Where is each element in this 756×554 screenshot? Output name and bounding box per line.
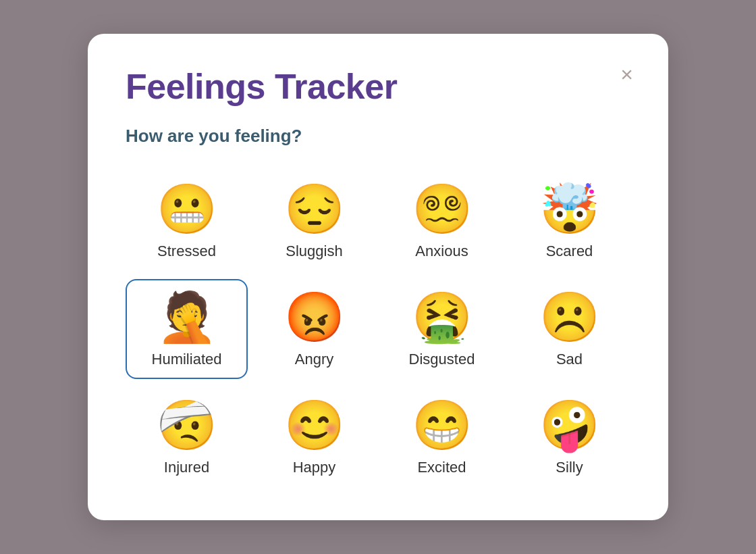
modal-title: Feelings Tracker	[126, 66, 630, 107]
feeling-item-sad[interactable]: ☹️Sad	[508, 279, 630, 379]
feeling-emoji-silly: 🤪	[539, 401, 600, 449]
feeling-label-stressed: Stressed	[157, 243, 216, 260]
feeling-label-sluggish: Sluggish	[286, 243, 342, 260]
feeling-label-happy: Happy	[293, 459, 336, 476]
feeling-item-disgusted[interactable]: 🤮Disgusted	[381, 279, 503, 379]
feeling-label-anxious: Anxious	[415, 243, 468, 260]
feeling-emoji-disgusted: 🤮	[412, 293, 473, 341]
feeling-emoji-stressed: 😬	[157, 184, 217, 233]
feeling-item-scared[interactable]: 🤯Scared	[508, 171, 630, 271]
feeling-emoji-scared: 🤯	[539, 184, 600, 233]
feeling-label-angry: Angry	[295, 351, 333, 368]
feeling-item-angry[interactable]: 😡Angry	[253, 279, 375, 379]
feeling-item-excited[interactable]: 😁Excited	[381, 387, 503, 487]
feelings-tracker-modal: Feelings Tracker × How are you feeling? …	[88, 34, 668, 520]
feeling-label-disgusted: Disgusted	[409, 351, 475, 368]
feeling-emoji-excited: 😁	[412, 401, 473, 449]
feeling-label-scared: Scared	[546, 243, 593, 260]
feeling-emoji-anxious: 😵‍💫	[412, 184, 473, 233]
feeling-item-injured[interactable]: 🤕Injured	[126, 387, 248, 487]
feelings-grid: 😬Stressed😔Sluggish😵‍💫Anxious🤯Scared🤦Humi…	[126, 171, 630, 487]
feeling-item-stressed[interactable]: 😬Stressed	[126, 171, 248, 271]
modal-subtitle: How are you feeling?	[126, 126, 630, 147]
feeling-label-humiliated: Humiliated	[152, 351, 222, 368]
feeling-label-injured: Injured	[164, 459, 209, 476]
feeling-label-silly: Silly	[556, 459, 583, 476]
feeling-emoji-injured: 🤕	[157, 401, 217, 449]
feeling-item-humiliated[interactable]: 🤦Humiliated	[126, 279, 248, 379]
feeling-emoji-sluggish: 😔	[284, 184, 345, 233]
feeling-label-sad: Sad	[556, 351, 583, 368]
feeling-label-excited: Excited	[417, 459, 466, 476]
feeling-item-silly[interactable]: 🤪Silly	[508, 387, 630, 487]
feeling-item-happy[interactable]: 😊Happy	[253, 387, 375, 487]
feeling-emoji-sad: ☹️	[539, 293, 600, 341]
feeling-item-sluggish[interactable]: 😔Sluggish	[253, 171, 375, 271]
feeling-emoji-angry: 😡	[284, 293, 345, 341]
feeling-item-anxious[interactable]: 😵‍💫Anxious	[381, 171, 503, 271]
feeling-emoji-happy: 😊	[284, 401, 345, 449]
close-button[interactable]: ×	[620, 64, 633, 85]
feeling-emoji-humiliated: 🤦	[157, 293, 217, 341]
